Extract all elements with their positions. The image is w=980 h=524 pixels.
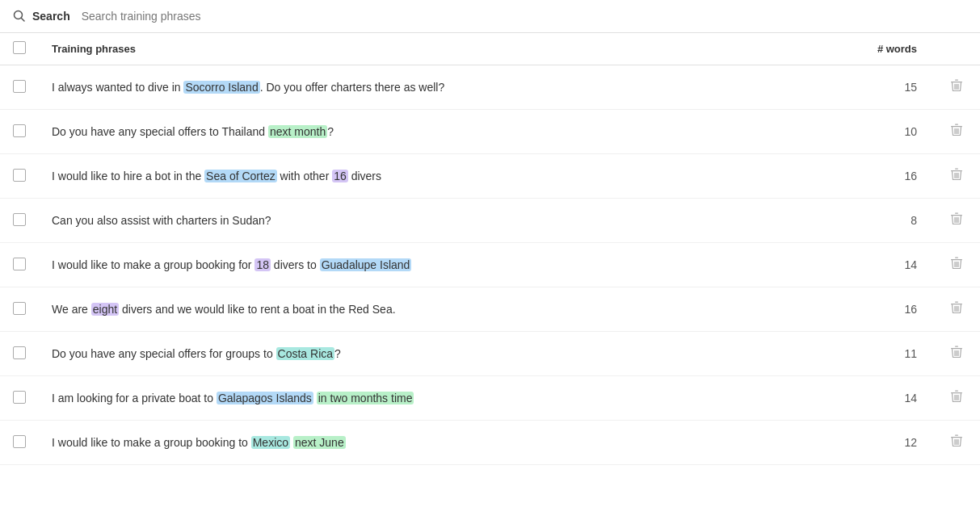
delete-cell bbox=[933, 287, 980, 332]
table-row: I would like to make a group booking for… bbox=[0, 243, 980, 287]
svg-rect-13 bbox=[955, 169, 958, 170]
row-checkbox-cell bbox=[0, 65, 39, 110]
row-checkbox-cell bbox=[0, 110, 39, 154]
row-checkbox[interactable] bbox=[13, 124, 26, 137]
row-checkbox-cell bbox=[0, 421, 39, 465]
row-checkbox-cell bbox=[0, 199, 39, 243]
table-row: Do you have any special offers for group… bbox=[0, 332, 980, 376]
highlight-teal: Costa Rica bbox=[276, 347, 334, 360]
svg-rect-18 bbox=[955, 213, 958, 214]
table-row: I would like to hire a bot in the Sea of… bbox=[0, 154, 980, 199]
svg-line-1 bbox=[22, 19, 25, 22]
svg-rect-23 bbox=[955, 258, 958, 258]
svg-rect-28 bbox=[955, 302, 958, 303]
svg-rect-22 bbox=[951, 259, 962, 260]
delete-cell bbox=[933, 110, 980, 154]
delete-cell bbox=[933, 154, 980, 199]
svg-rect-8 bbox=[955, 124, 958, 125]
svg-rect-3 bbox=[955, 80, 958, 81]
svg-rect-43 bbox=[955, 435, 958, 436]
delete-button[interactable] bbox=[946, 77, 967, 98]
delete-cell bbox=[933, 421, 980, 465]
table-row: I would like to make a group booking to … bbox=[0, 421, 980, 465]
delete-button[interactable] bbox=[946, 388, 967, 409]
row-checkbox-cell bbox=[0, 287, 39, 332]
highlight-blue: Sea of Cortez bbox=[204, 170, 277, 182]
delete-cell bbox=[933, 199, 980, 243]
svg-rect-17 bbox=[951, 215, 962, 216]
words-cell: 16 bbox=[807, 154, 933, 199]
delete-button[interactable] bbox=[946, 254, 967, 275]
words-cell: 16 bbox=[807, 287, 933, 332]
row-checkbox[interactable] bbox=[13, 80, 26, 93]
delete-button[interactable] bbox=[946, 121, 967, 142]
table-row: Can you also assist with charters in Sud… bbox=[0, 199, 980, 243]
phrase-cell: We are eight divers and we would like to… bbox=[39, 287, 807, 332]
words-cell: 11 bbox=[807, 332, 933, 376]
delete-cell bbox=[933, 243, 980, 287]
search-icon bbox=[13, 10, 26, 23]
search-label: Search bbox=[32, 10, 70, 23]
row-checkbox-cell bbox=[0, 154, 39, 199]
phrase-cell: Do you have any special offers for group… bbox=[39, 332, 807, 376]
phrase-cell: Can you also assist with charters in Sud… bbox=[39, 199, 807, 243]
words-cell: 15 bbox=[807, 65, 933, 110]
header-delete bbox=[933, 33, 980, 65]
phrases-table: Training phrases # words I always wanted… bbox=[0, 33, 980, 465]
phrase-cell: I would like to make a group booking to … bbox=[39, 421, 807, 465]
svg-rect-37 bbox=[951, 392, 962, 393]
highlight-blue: Guadalupe Island bbox=[320, 258, 412, 271]
svg-rect-2 bbox=[951, 82, 962, 82]
highlight-green: next June bbox=[293, 436, 346, 449]
row-checkbox[interactable] bbox=[13, 435, 26, 448]
phrase-cell: I would like to hire a bot in the Sea of… bbox=[39, 154, 807, 199]
highlight-teal: Mexico bbox=[251, 436, 290, 449]
svg-rect-7 bbox=[951, 126, 962, 127]
svg-rect-12 bbox=[951, 170, 962, 171]
highlight-blue: Socorro Island bbox=[183, 81, 259, 94]
row-checkbox-cell bbox=[0, 243, 39, 287]
phrase-cell: Do you have any special offers to Thaila… bbox=[39, 110, 807, 154]
delete-cell bbox=[933, 65, 980, 110]
delete-button[interactable] bbox=[946, 299, 967, 320]
row-checkbox[interactable] bbox=[13, 258, 26, 270]
row-checkbox[interactable] bbox=[13, 302, 26, 315]
svg-rect-27 bbox=[951, 304, 962, 304]
search-input[interactable] bbox=[77, 8, 967, 24]
words-cell: 14 bbox=[807, 376, 933, 421]
delete-button[interactable] bbox=[946, 343, 967, 364]
words-cell: 8 bbox=[807, 199, 933, 243]
row-checkbox-cell bbox=[0, 376, 39, 421]
delete-button[interactable] bbox=[946, 166, 967, 187]
select-all-checkbox[interactable] bbox=[13, 41, 26, 54]
highlight-purple: 18 bbox=[254, 258, 271, 271]
highlight-green: next month bbox=[268, 125, 327, 138]
header-checkbox-col bbox=[0, 33, 39, 65]
delete-button[interactable] bbox=[946, 432, 967, 453]
words-cell: 14 bbox=[807, 243, 933, 287]
svg-rect-38 bbox=[955, 391, 958, 392]
table-row: I always wanted to dive in Socorro Islan… bbox=[0, 65, 980, 110]
delete-cell bbox=[933, 376, 980, 421]
row-checkbox[interactable] bbox=[13, 346, 26, 359]
delete-button[interactable] bbox=[946, 210, 967, 231]
table-row: Do you have any special offers to Thaila… bbox=[0, 110, 980, 154]
highlight-purple: eight bbox=[91, 303, 119, 316]
table-row: We are eight divers and we would like to… bbox=[0, 287, 980, 332]
delete-cell bbox=[933, 332, 980, 376]
svg-rect-32 bbox=[951, 348, 962, 349]
highlight-green: in two months time bbox=[317, 392, 414, 405]
words-cell: 10 bbox=[807, 110, 933, 154]
phrase-cell: I always wanted to dive in Socorro Islan… bbox=[39, 65, 807, 110]
phrase-cell: I am looking for a private boat to Galap… bbox=[39, 376, 807, 421]
search-bar: Search bbox=[0, 0, 980, 33]
phrase-cell: I would like to make a group booking for… bbox=[39, 243, 807, 287]
row-checkbox[interactable] bbox=[13, 213, 26, 226]
row-checkbox[interactable] bbox=[13, 169, 26, 182]
svg-rect-42 bbox=[951, 437, 962, 438]
svg-rect-33 bbox=[955, 346, 958, 347]
highlight-purple: 16 bbox=[332, 170, 348, 182]
words-cell: 12 bbox=[807, 421, 933, 465]
row-checkbox-cell bbox=[0, 332, 39, 376]
row-checkbox[interactable] bbox=[13, 391, 26, 404]
